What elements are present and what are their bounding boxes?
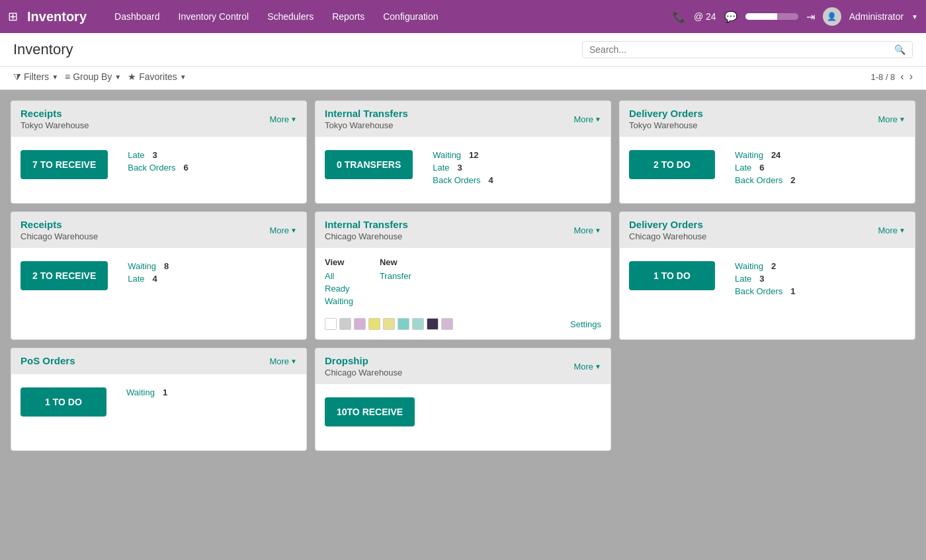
dropdown-link-transfer[interactable]: Transfer	[380, 271, 411, 281]
card-title: Internal Transfers	[325, 219, 408, 230]
nav-reports[interactable]: Reports	[324, 6, 372, 27]
more-button-dropship-chicago[interactable]: More ▼	[573, 362, 601, 372]
groupby-button[interactable]: ≡ Group By ▼	[65, 71, 121, 82]
progress-fill	[745, 13, 777, 20]
dropdown-link-ready[interactable]: Ready	[325, 284, 353, 294]
dropdown-link-all[interactable]: All	[325, 271, 353, 281]
more-button-receipts-chicago[interactable]: More ▼	[269, 225, 297, 235]
stat-value-backorders: 1	[790, 286, 795, 296]
stat-label-backorders[interactable]: Back Orders	[128, 163, 175, 173]
stat-value-late: 6	[759, 163, 764, 173]
stat-label-late[interactable]: Late	[128, 150, 144, 160]
action-btn-internal-transfers-tokyo[interactable]: 0 TRANSFERS	[325, 150, 413, 179]
filters-caret: ▼	[52, 73, 58, 81]
swatch-9[interactable]	[441, 318, 453, 330]
card-body-dropship-chicago: 10TO RECEIVE	[316, 384, 610, 450]
card-header-delivery-orders-chicago: Delivery Orders Chicago Warehouse More ▼	[620, 212, 915, 248]
stat-value-waiting: 12	[469, 150, 478, 160]
swatch-6[interactable]	[398, 318, 409, 330]
swatch-3[interactable]	[354, 318, 366, 330]
nav-configuration[interactable]: Configuration	[375, 6, 446, 27]
dropdown-link-waiting[interactable]: Waiting	[325, 296, 353, 306]
grid-icon[interactable]: ⊞	[8, 9, 18, 24]
stat-label-waiting[interactable]: Waiting	[735, 261, 763, 271]
favorites-button[interactable]: ★ Favorites ▼	[128, 71, 186, 82]
stat-value-waiting: 24	[771, 150, 780, 160]
stat-label-late[interactable]: Late	[735, 163, 751, 173]
swatch-5[interactable]	[383, 318, 395, 330]
stats-delivery-orders-chicago: Waiting 2 Late 3 Back Orders 1	[735, 261, 795, 296]
stat-row: Back Orders 6	[128, 163, 188, 173]
at-badge[interactable]: @ 24	[694, 11, 716, 22]
search-container: 🔍	[582, 41, 913, 58]
topbar: ⊞ Inventory Dashboard Inventory Control …	[0, 0, 926, 33]
card-delivery-orders-chicago: Delivery Orders Chicago Warehouse More ▼…	[619, 212, 915, 340]
login-icon[interactable]: ⇥	[806, 11, 815, 23]
swatch-4[interactable]	[368, 318, 380, 330]
card-title: Receipts	[21, 108, 89, 119]
stat-row: Waiting 1	[126, 387, 167, 397]
stat-label-late[interactable]: Late	[735, 274, 751, 284]
stat-value-waiting: 8	[164, 261, 169, 271]
stat-row: Late 3	[128, 150, 188, 160]
card-body-receipts-tokyo: 7 TO RECEIVE Late 3 Back Orders 6	[11, 137, 306, 203]
stat-label-waiting[interactable]: Waiting	[735, 150, 763, 160]
filters-button[interactable]: ⧩ Filters ▼	[13, 71, 58, 83]
stat-label-late[interactable]: Late	[433, 163, 449, 173]
swatch-1[interactable]	[325, 318, 337, 330]
card-delivery-orders-tokyo: Delivery Orders Tokyo Warehouse More ▼ 2…	[619, 100, 915, 204]
stat-value-backorders: 2	[790, 175, 795, 185]
stat-value-late: 3	[153, 150, 157, 160]
stat-label-waiting[interactable]: Waiting	[433, 150, 461, 160]
action-btn-pos-orders[interactable]: 1 TO DO	[21, 387, 106, 417]
groupby-caret: ▼	[114, 73, 121, 81]
top-nav: Dashboard Inventory Control Schedulers R…	[106, 6, 666, 27]
empty-cell	[619, 348, 915, 451]
more-button-delivery-orders-tokyo[interactable]: More ▼	[878, 114, 905, 124]
stat-row: Back Orders 2	[735, 175, 795, 185]
nav-inventory-control[interactable]: Inventory Control	[171, 6, 257, 27]
more-button-delivery-orders-chicago[interactable]: More ▼	[878, 225, 905, 235]
pagination-prev[interactable]: ‹	[900, 71, 904, 83]
stat-label-waiting[interactable]: Waiting	[128, 261, 156, 271]
stat-row: Late 3	[735, 274, 795, 284]
more-button-internal-transfers-tokyo[interactable]: More ▼	[573, 114, 601, 124]
action-btn-receipts-chicago[interactable]: 2 TO RECEIVE	[21, 261, 108, 290]
stats-receipts-tokyo: Late 3 Back Orders 6	[128, 150, 188, 173]
dropdown-body-internal-transfers-chicago: View All Ready Waiting New Transfer	[316, 248, 610, 339]
settings-link[interactable]: Settings	[570, 319, 601, 329]
stat-label-backorders[interactable]: Back Orders	[735, 175, 782, 185]
admin-caret[interactable]: ▼	[911, 13, 918, 20]
card-dropship-chicago: Dropship Chicago Warehouse More ▼ 10TO R…	[315, 348, 611, 451]
swatch-8[interactable]	[427, 318, 439, 330]
stat-label-late[interactable]: Late	[128, 274, 144, 284]
card-header-receipts-tokyo: Receipts Tokyo Warehouse More ▼	[11, 101, 306, 137]
stat-label-backorders[interactable]: Back Orders	[433, 175, 480, 185]
admin-dropdown[interactable]: Administrator	[849, 11, 904, 22]
more-button-internal-transfers-chicago[interactable]: More ▼	[573, 225, 601, 235]
card-subtitle: Chicago Warehouse	[325, 368, 402, 378]
dropdown-view-col: View All Ready Waiting	[325, 257, 353, 309]
card-subtitle: Tokyo Warehouse	[21, 120, 89, 130]
stat-label-backorders[interactable]: Back Orders	[735, 286, 782, 296]
action-btn-dropship-chicago[interactable]: 10TO RECEIVE	[325, 397, 415, 426]
swatch-2[interactable]	[339, 318, 351, 330]
swatch-7[interactable]	[412, 318, 424, 330]
search-icon[interactable]: 🔍	[894, 44, 905, 55]
dropdown-new-col: New Transfer	[380, 257, 411, 309]
action-btn-receipts-tokyo[interactable]: 7 TO RECEIVE	[21, 150, 108, 179]
color-swatches	[325, 318, 453, 330]
pagination-next[interactable]: ›	[909, 71, 913, 83]
nav-dashboard[interactable]: Dashboard	[106, 6, 168, 27]
search-input[interactable]	[589, 44, 894, 55]
action-btn-delivery-orders-tokyo[interactable]: 2 TO DO	[629, 150, 715, 179]
stat-value-backorders: 6	[183, 163, 188, 173]
dropdown-view-header: View	[325, 257, 353, 267]
stat-label-waiting[interactable]: Waiting	[126, 387, 155, 397]
more-button-receipts-tokyo[interactable]: More ▼	[269, 114, 297, 124]
nav-schedulers[interactable]: Schedulers	[259, 6, 321, 27]
phone-icon[interactable]: 📞	[673, 11, 686, 23]
chat-icon[interactable]: 💬	[724, 11, 737, 23]
more-button-pos-orders[interactable]: More ▼	[269, 356, 297, 366]
action-btn-delivery-orders-chicago[interactable]: 1 TO DO	[629, 261, 715, 290]
